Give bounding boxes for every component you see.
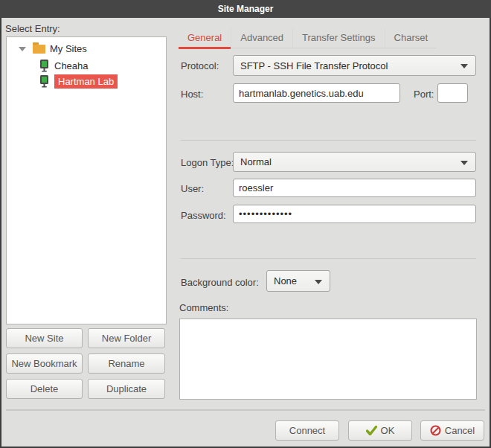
tab-bar: General Advanced Transfer Settings Chars… [179,28,437,48]
delete-button[interactable]: Delete [6,379,83,399]
duplicate-button[interactable]: Duplicate [88,379,165,399]
tree-item-my-sites[interactable]: My Sites [7,41,166,57]
server-icon [39,75,49,88]
comments-label: Comments: [179,302,228,313]
cancel-button[interactable]: Cancel [420,420,484,441]
titlebar[interactable]: Site Manager [0,0,491,18]
logon-type-value: Normal [240,156,272,167]
window-title: Site Manager [218,4,274,14]
password-label: Password: [181,210,226,221]
connect-button-label: Connect [289,425,325,436]
port-input[interactable] [437,83,468,103]
background-color-select[interactable]: None [266,270,330,292]
background-color-label: Background color: [181,277,259,288]
folder-icon [33,45,45,54]
tree-item-label-selected: Hartman Lab [54,74,118,89]
select-entry-label: Select Entry: [5,23,60,34]
server-icon [39,60,49,72]
logon-type-select[interactable]: Normal [233,152,476,172]
cancel-icon [430,425,441,436]
separator [6,409,485,411]
protocol-value: SFTP - SSH File Transfer Protocol [240,60,388,71]
tree-item-cheaha[interactable]: Cheaha [7,58,166,74]
tab-charset[interactable]: Charset [385,28,437,48]
connect-button[interactable]: Connect [275,420,339,441]
user-label: User: [181,183,204,194]
host-label: Host: [181,89,203,100]
logon-type-label: Logon Type: [181,157,234,168]
separator [181,258,476,259]
new-bookmark-button[interactable]: New Bookmark [6,353,83,374]
user-input[interactable] [233,179,476,197]
check-icon [366,426,377,435]
new-site-button[interactable]: New Site [6,328,83,348]
separator [181,140,476,141]
protocol-label: Protocol: [181,60,219,71]
background-color-value: None [274,275,297,287]
tab-advanced[interactable]: Advanced [231,28,293,48]
chevron-down-icon [315,280,322,284]
ok-button[interactable]: OK [348,420,412,441]
tree-item-hartman-lab[interactable]: Hartman Lab [7,74,166,89]
tree-item-label: Cheaha [54,60,89,71]
site-manager-dialog: Site Manager Select Entry: My Sites Chea… [0,0,491,448]
site-tree[interactable]: My Sites Cheaha Hartman Lab [6,36,167,324]
new-folder-button[interactable]: New Folder [88,328,165,348]
password-input[interactable] [233,205,476,223]
port-label: Port: [414,89,434,100]
tab-general[interactable]: General [179,28,231,48]
expander-down-icon[interactable] [19,47,26,51]
ok-button-label: OK [381,425,395,436]
tree-item-label: My Sites [50,43,87,54]
protocol-select[interactable]: SFTP - SSH File Transfer Protocol [233,55,476,76]
comments-textarea[interactable] [179,319,477,400]
dialog-body: Select Entry: My Sites Cheaha [1,18,490,447]
rename-button[interactable]: Rename [88,353,165,374]
host-input[interactable] [233,83,400,103]
chevron-down-icon [460,64,468,68]
tab-transfer-settings[interactable]: Transfer Settings [293,28,385,48]
cancel-button-label: Cancel [445,425,475,436]
chevron-down-icon [460,161,468,165]
